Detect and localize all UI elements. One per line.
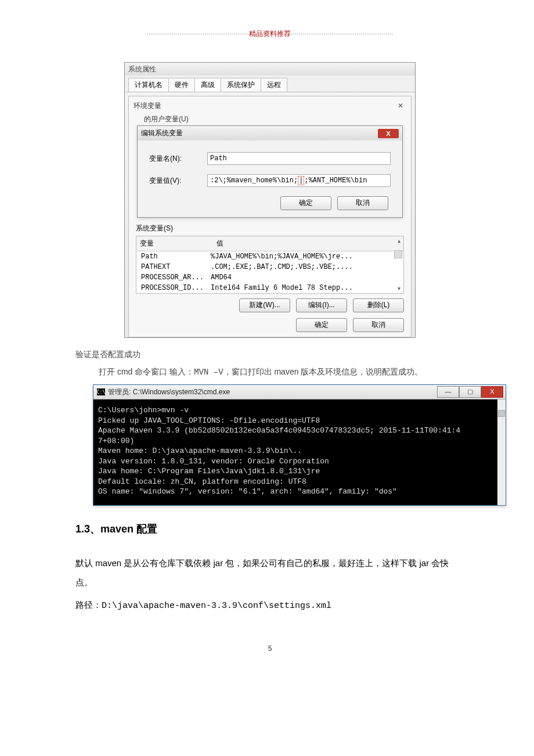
cmd-window: C:\ 管理员: C:\Windows\system32\cmd.exe — ▢… (93, 384, 506, 506)
cmd-scroll-thumb[interactable] (498, 410, 505, 417)
var-value-label: 变量值(V): (149, 176, 207, 186)
window-titlebar: 系统属性 (125, 63, 415, 75)
header-dots-left: ········································… (146, 30, 249, 38)
edit-dialog-title: 编辑系统变量 (141, 128, 183, 138)
envvars-panel: 环境变量 ✕ 的用户变量(U) 编辑系统变量 X 变量名(N): 变量值(V): (128, 96, 412, 337)
ok-button[interactable]: 确定 (280, 196, 331, 210)
list-row[interactable]: PATHEXT .COM;.EXE;.BAT;.CMD;.VBS;.VBE;..… (136, 262, 403, 272)
list-row[interactable]: Path %JAVA_HOME%\bin;%JAVA_HOME%\jre... (136, 251, 403, 262)
scroll-up-icon[interactable]: ▴ (395, 237, 402, 244)
tab-advanced[interactable]: 高级 (194, 78, 221, 92)
close-icon[interactable]: ✕ (395, 102, 406, 111)
paragraph-2: 路径：D:\java\apache-maven-3.3.9\conf\setti… (75, 595, 464, 615)
scroll-thumb[interactable] (394, 250, 402, 258)
panel-ok-button[interactable]: 确定 (296, 318, 347, 332)
cmd-icon: C:\ (97, 388, 105, 395)
list-row[interactable]: PROCESSOR_AR... AMD64 (136, 272, 403, 283)
var-value-prefix[interactable]: :2\;%maven_home%\bin; (210, 177, 298, 185)
verify-title: 验证是否配置成功 (75, 350, 464, 360)
cmd-scrollbar[interactable] (497, 399, 506, 505)
system-properties-window: 系统属性 计算机名 硬件 高级 系统保护 远程 环境变量 ✕ 的用户变量(U) … (124, 62, 416, 338)
header-line: ········································… (75, 29, 464, 39)
new-button[interactable]: 新建(W)... (239, 298, 290, 312)
panel-cancel-button[interactable]: 取消 (353, 318, 404, 332)
delete-button[interactable]: 删除(L) (353, 298, 404, 312)
paragraph-1: 默认 maven 是从公有仓库下载依赖 jar 包，如果公司有自己的私服，最好连… (75, 553, 464, 592)
user-vars-label: 的用户变量(U) (144, 114, 406, 124)
verify-instruction: 打开 cmd 命令窗口 输入：MVN –V，窗口打印出 maven 版本及环境信… (99, 367, 464, 377)
cmd-output: C:\Users\john>mvn -v Picked up JAVA_TOOL… (93, 399, 506, 505)
var-name-input[interactable] (207, 152, 391, 165)
var-name-label: 变量名(N): (149, 154, 207, 164)
verify-cmd: MVN –V (194, 368, 223, 377)
tab-protect[interactable]: 系统保护 (221, 78, 261, 92)
sysvars-list: 变量 值 Path %JAVA_HOME%\bin;%JAVA_HOME%\jr… (136, 236, 404, 294)
window-title: 系统属性 (128, 64, 156, 74)
tab-remote[interactable]: 远程 (261, 78, 287, 92)
cmd-title: 管理员: C:\Windows\system32\cmd.exe (108, 387, 230, 397)
tab-computer-name[interactable]: 计算机名 (128, 78, 169, 92)
cmd-titlebar: C:\ 管理员: C:\Windows\system32\cmd.exe — ▢… (93, 385, 506, 399)
cmd-close-button[interactable]: X (481, 386, 503, 398)
tab-hardware[interactable]: 硬件 (168, 78, 195, 92)
envvars-title: 环境变量 (134, 101, 161, 111)
edit-sysvar-dialog: 编辑系统变量 X 变量名(N): 变量值(V): :2\;%maven_home… (137, 125, 403, 218)
scroll-down-icon[interactable]: ▾ (395, 285, 402, 292)
col-header-val: 值 (213, 236, 403, 251)
minimize-button[interactable]: — (437, 386, 459, 398)
settings-path: D:\java\apache-maven-3.3.9\conf\settings… (102, 601, 331, 611)
page-number: 5 (75, 645, 464, 653)
list-row[interactable]: PROCESSOR_ID... Intel64 Family 6 Model 7… (136, 283, 403, 293)
section-heading: 1.3、maven 配置 (75, 522, 464, 536)
sysvars-label: 系统变量(S) (136, 224, 406, 233)
dialog-close-button[interactable]: X (378, 129, 399, 138)
var-value-suffix[interactable]: ;%ANT_HOME%\bin (304, 177, 367, 185)
header-mid: 精品资料推荐 (249, 30, 291, 38)
cursor-marker: | (298, 176, 304, 185)
maximize-button[interactable]: ▢ (459, 386, 481, 398)
cancel-button[interactable]: 取消 (337, 196, 388, 210)
tab-strip: 计算机名 硬件 高级 系统保护 远程 (125, 75, 415, 92)
edit-button[interactable]: 编辑(I)... (296, 298, 347, 312)
header-dots-right: ········································… (291, 30, 394, 38)
col-header-var: 变量 (136, 236, 213, 251)
